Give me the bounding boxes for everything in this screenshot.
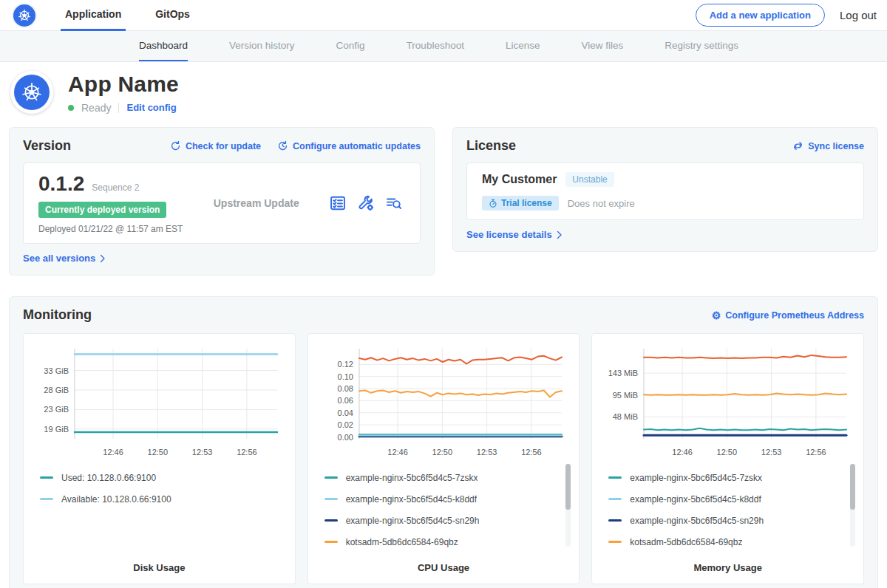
tab-troubleshoot[interactable]: Troubleshoot (407, 31, 464, 61)
svg-text:0.12: 0.12 (338, 360, 353, 369)
legend-label: Available: 10.128.0.66:9100 (61, 494, 171, 505)
edit-config-link[interactable]: Edit config (126, 102, 176, 113)
cpu-usage-title: CPU Usage (313, 555, 575, 573)
check-for-update-link[interactable]: Check for update (170, 140, 261, 151)
legend-item: example-nginx-5bc6f5d4c5-k8ddf (608, 488, 846, 510)
svg-text:143 MiB: 143 MiB (608, 369, 637, 377)
refresh-icon (170, 140, 181, 151)
legend-item: example-nginx-5bc6f5d4c5-k8ddf (324, 488, 562, 510)
subnav: DashboardVersion historyConfigTroublesho… (0, 31, 887, 62)
topnav-tab-gitops[interactable]: GitOps (151, 0, 194, 31)
svg-text:12:56: 12:56 (521, 448, 542, 457)
monitoring-title: Monitoring (23, 307, 92, 323)
legend-item: Used: 10.128.0.66:9100 (40, 467, 277, 488)
svg-text:12:56: 12:56 (237, 448, 257, 457)
channel-badge: Unstable (565, 172, 614, 187)
chevron-right-icon (100, 254, 106, 263)
configure-automatic-updates-link[interactable]: Configure automatic updates (277, 140, 421, 151)
legend-swatch (324, 541, 338, 543)
legend-swatch (608, 541, 622, 543)
configure-prometheus-link[interactable]: ⚙ Configure Prometheus Address (712, 310, 864, 321)
status-text: Ready (81, 102, 111, 114)
tab-license[interactable]: License (506, 31, 540, 61)
svg-text:12:46: 12:46 (672, 448, 693, 457)
page-title: App Name (68, 72, 179, 97)
app-header: App Name Ready Edit config (0, 62, 887, 124)
legend-scrollbar-thumb[interactable] (850, 464, 855, 510)
disk-usage-plot: 19 GiB23 GiB28 GiB33 GiB12:4612:5012:531… (28, 343, 290, 461)
cpu-usage-chart: 0.000.020.040.060.080.100.1212:4612:5012… (307, 333, 580, 584)
legend-scrollbar-track[interactable] (850, 464, 855, 547)
legend-item: kotsadm-5db6dc6584-69qbz (608, 531, 846, 553)
svg-text:19 GiB: 19 GiB (44, 425, 69, 434)
svg-text:0.04: 0.04 (338, 408, 353, 417)
tab-view-files[interactable]: View files (581, 31, 623, 61)
app-logo (10, 71, 53, 114)
memory-usage-legend: example-nginx-5bc6f5d4c5-7zskxexample-ng… (597, 461, 859, 553)
disk-usage-chart: 19 GiB23 GiB28 GiB33 GiB12:4612:5012:531… (23, 333, 296, 584)
legend-label: example-nginx-5bc6f5d4c5-7zskx (346, 473, 478, 483)
legend-swatch (324, 476, 338, 479)
svg-text:12:46: 12:46 (103, 448, 124, 457)
legend-item: example-nginx-5bc6f5d4c5-7zskx (608, 467, 846, 488)
version-sequence: Sequence 2 (92, 182, 139, 193)
memory-usage-plot: 48 MiB95 MiB143 MiB12:4612:5012:5312:56 (597, 343, 859, 461)
memory-usage-chart: 48 MiB95 MiB143 MiB12:4612:5012:5312:56 … (591, 333, 864, 584)
deploy-logs-icon[interactable] (386, 195, 402, 211)
kubernetes-wheel-icon (14, 75, 50, 110)
legend-swatch (608, 476, 622, 479)
tab-registry-settings[interactable]: Registry settings (665, 31, 738, 61)
divider (118, 103, 119, 113)
svg-text:0.06: 0.06 (338, 396, 353, 405)
legend-swatch (608, 498, 622, 500)
sync-icon (792, 140, 803, 151)
see-all-versions-link[interactable]: See all versions (23, 253, 106, 264)
svg-text:48 MiB: 48 MiB (612, 412, 637, 421)
legend-label: Used: 10.128.0.66:9100 (61, 473, 156, 483)
svg-text:0.10: 0.10 (338, 372, 353, 381)
config-wrench-icon[interactable] (358, 195, 374, 211)
svg-text:12:53: 12:53 (761, 448, 782, 457)
svg-text:0.00: 0.00 (338, 433, 353, 442)
legend-swatch (40, 476, 53, 479)
legend-item: Available: 10.128.0.66:9100 (40, 488, 277, 510)
version-card: Version Check for update Configure au (9, 127, 435, 276)
monitoring-card: Monitoring ⚙ Configure Prometheus Addres… (9, 296, 878, 588)
add-new-application-button[interactable]: Add a new application (696, 4, 825, 27)
tab-version-history[interactable]: Version history (229, 31, 295, 61)
upstream-update-label: Upstream Update (183, 197, 330, 209)
legend-scrollbar-thumb[interactable] (565, 464, 571, 510)
legend-item: example-nginx-5bc6f5d4c5-7zskx (324, 467, 562, 488)
legend-label: example-nginx-5bc6f5d4c5-k8ddf (630, 494, 761, 505)
chevron-right-icon (557, 230, 563, 239)
top-nav: ApplicationGitOps Add a new application … (0, 0, 887, 31)
tab-dashboard[interactable]: Dashboard (139, 31, 188, 61)
legend-swatch (40, 498, 53, 500)
legend-scrollbar-track[interactable] (565, 464, 571, 547)
trial-license-badge: Trial license (482, 196, 559, 211)
license-card: License Sync license My Customer Unstabl… (452, 127, 878, 252)
legend-item: kotsadm-5db6dc6584-69qbz (324, 531, 562, 553)
svg-text:12:50: 12:50 (432, 448, 453, 457)
see-license-details-link[interactable]: See license details (466, 229, 563, 240)
deployed-timestamp: Deployed 01/21/22 @ 11:57 am EST (38, 224, 183, 234)
svg-text:12:53: 12:53 (477, 448, 497, 457)
preflight-checklist-icon[interactable] (330, 195, 346, 211)
legend-label: kotsadm-5db6dc6584-69qbz (630, 537, 742, 547)
sync-license-link[interactable]: Sync license (792, 140, 864, 151)
cpu-usage-plot: 0.000.020.040.060.080.100.1212:4612:5012… (313, 343, 575, 461)
deployed-badge: Currently deployed version (38, 202, 166, 218)
svg-text:95 MiB: 95 MiB (612, 391, 637, 400)
legend-label: example-nginx-5bc6f5d4c5-7zskx (630, 473, 762, 483)
version-number: 0.1.2 (38, 172, 84, 196)
svg-text:12:50: 12:50 (148, 448, 169, 457)
logout-link[interactable]: Log out (840, 9, 877, 21)
svg-text:12:50: 12:50 (716, 448, 737, 457)
legend-label: kotsadm-5db6dc6584-69qbz (346, 537, 458, 547)
svg-text:12:46: 12:46 (387, 448, 408, 457)
cpu-usage-legend: example-nginx-5bc6f5d4c5-7zskxexample-ng… (313, 461, 575, 553)
tab-config[interactable]: Config (336, 31, 365, 61)
topnav-tab-application[interactable]: Application (61, 0, 126, 31)
clock-refresh-icon (277, 140, 288, 151)
status-dot (68, 105, 74, 111)
